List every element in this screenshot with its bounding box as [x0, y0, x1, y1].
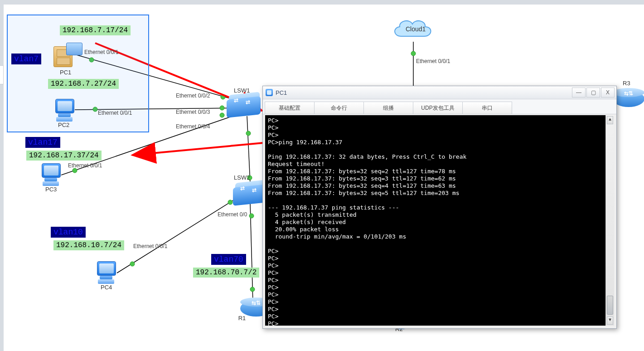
device-pc2[interactable] — [53, 98, 75, 120]
tab-serial[interactable]: 串口 — [462, 102, 512, 114]
svg-point-15 — [247, 176, 252, 180]
terminal-title: PC1 — [276, 89, 287, 96]
device-pc1[interactable] — [53, 43, 82, 68]
maximize-button[interactable]: ▢ — [586, 88, 600, 98]
device-r3[interactable]: ⇆⇅ — [613, 86, 644, 109]
tab-multicast[interactable]: 组播 — [363, 102, 413, 114]
terminal-window-pc1[interactable]: PC1 — ▢ X 基础配置 命令行 组播 UDP发包工具 串口 PC> PC>… — [262, 86, 617, 329]
tab-filler — [512, 102, 617, 114]
svg-point-11 — [220, 106, 224, 110]
terminal-output[interactable]: PC> PC> PC> PC>ping 192.168.17.37 Ping 1… — [265, 115, 614, 326]
svg-line-1 — [75, 108, 238, 110]
tab-basic-config[interactable]: 基础配置 — [265, 102, 315, 114]
svg-point-19 — [228, 200, 232, 205]
terminal-titlebar[interactable]: PC1 — ▢ X — [263, 86, 616, 99]
app-icon — [266, 89, 273, 96]
svg-line-2 — [61, 114, 238, 175]
svg-line-22 — [132, 142, 268, 155]
tab-udp-tool[interactable]: UDP发包工具 — [413, 102, 463, 114]
device-cloud1[interactable] — [390, 16, 435, 43]
terminal-text: PC> PC> PC> PC>ping 192.168.17.37 Ping 1… — [268, 117, 611, 326]
scroll-up-icon[interactable]: ▲ — [607, 116, 613, 124]
svg-line-3 — [247, 116, 250, 183]
device-pc3[interactable] — [40, 162, 62, 184]
svg-point-13 — [220, 113, 224, 117]
terminal-tab-bar: 基础配置 命令行 组播 UDP发包工具 串口 — [263, 99, 616, 114]
vlan-label-17: vlan17 — [25, 137, 60, 148]
svg-point-10 — [93, 107, 97, 112]
device-pc4[interactable] — [95, 260, 117, 282]
device-lsw1[interactable]: ⇄⇄ — [227, 93, 261, 116]
close-button[interactable]: X — [601, 88, 615, 98]
minimize-button[interactable]: — — [572, 88, 586, 98]
terminal-scrollbar[interactable]: ▲ ▼ — [605, 115, 614, 326]
svg-point-14 — [246, 131, 251, 136]
tab-cli[interactable]: 命令行 — [314, 102, 364, 114]
vlan-label-7: vlan7 — [11, 54, 41, 64]
svg-point-18 — [130, 262, 135, 266]
svg-point-20 — [411, 51, 416, 56]
scroll-down-icon[interactable]: ▼ — [607, 317, 613, 325]
vlan-label-10: vlan10 — [51, 227, 86, 238]
svg-point-16 — [249, 214, 254, 218]
svg-line-0 — [75, 54, 238, 101]
svg-point-17 — [250, 287, 255, 292]
svg-point-12 — [73, 168, 77, 173]
vlan-label-70: vlan70 — [211, 254, 246, 265]
device-lsw2[interactable]: ⇄⇄ — [233, 181, 267, 204]
svg-point-8 — [89, 58, 94, 62]
topology-canvas[interactable]: vlan7 192.168.7.17/24 PC1 Ethernet 0/0/1… — [0, 0, 644, 351]
scroll-thumb[interactable] — [607, 296, 613, 315]
